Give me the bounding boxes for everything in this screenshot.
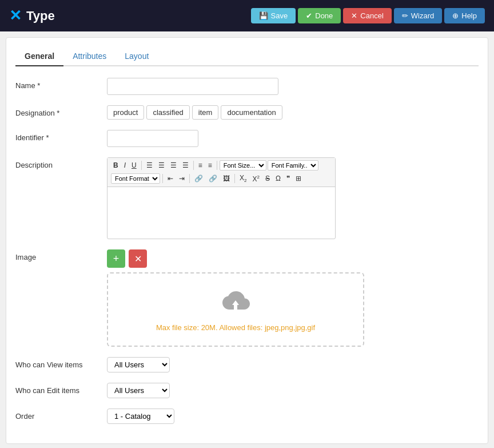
save-button[interactable]: 💾 Save — [251, 8, 296, 23]
done-icon: ✔ — [306, 11, 312, 20]
name-input[interactable] — [107, 78, 278, 95]
cancel-icon: ✕ — [351, 11, 357, 20]
tabs: General Attributes Layout — [15, 47, 479, 66]
italic-button[interactable]: I — [122, 160, 128, 171]
editor-toolbar: B I U ☰ ☰ ☰ ☰ ≡ ≡ Font Size... — [107, 158, 335, 187]
edit-permissions-row: Who can Edit items All Users — [15, 383, 479, 398]
drop-zone-text: Max file size: 20M. Allowed files: jpeg,… — [156, 323, 315, 332]
editor-body[interactable] — [107, 187, 335, 239]
designation-row: Designation * product classified item do… — [15, 105, 479, 120]
image-button[interactable]: 🖼 — [221, 173, 232, 184]
special-char-button[interactable]: Ω — [273, 173, 283, 184]
rich-text-editor: B I U ☰ ☰ ☰ ☰ ≡ ≡ Font Size... — [107, 157, 336, 239]
order-label: Order — [15, 409, 107, 421]
toolbar-sep-6 — [234, 174, 235, 183]
save-label: Save — [271, 11, 288, 20]
toolbar-sep-5 — [189, 174, 190, 183]
font-family-select[interactable]: Font Family.. — [268, 160, 318, 171]
logo-x-icon: ✕ — [9, 7, 22, 25]
logo-text: Type — [26, 9, 55, 23]
tag-classified[interactable]: classified — [146, 105, 189, 120]
align-center-button[interactable]: ☰ — [156, 160, 167, 171]
designation-tags: product classified item documentation — [107, 105, 479, 120]
wizard-button[interactable]: ✏ Wizard — [394, 8, 442, 23]
toolbar-row-1: B I U ☰ ☰ ☰ ☰ ≡ ≡ Font Size... — [111, 160, 332, 171]
identifier-control — [107, 130, 479, 147]
toolbar-sep-2 — [193, 161, 194, 170]
tag-item[interactable]: item — [192, 105, 219, 120]
designation-control: product classified item documentation — [107, 105, 479, 120]
blockquote-button[interactable]: ❞ — [284, 173, 292, 184]
order-select[interactable]: 1 - Catalog — [107, 409, 174, 424]
tag-product[interactable]: product — [107, 105, 144, 120]
edit-select[interactable]: All Users — [107, 383, 170, 398]
tab-general[interactable]: General — [15, 47, 63, 66]
cloud-download-icon — [221, 288, 250, 318]
align-right-button[interactable]: ☰ — [168, 160, 179, 171]
table-button[interactable]: ⊞ — [293, 173, 304, 184]
image-action-buttons: + ✕ — [107, 249, 479, 268]
tab-attributes[interactable]: Attributes — [63, 47, 115, 66]
main-content: General Attributes Layout Name * Designa… — [6, 37, 488, 444]
subscript-button[interactable]: X2 — [237, 173, 249, 184]
image-control: + ✕ Max file size: 20M. Allowed files: j… — [107, 249, 479, 347]
toolbar-sep-1 — [141, 161, 142, 170]
image-dropzone[interactable]: Max file size: 20M. Allowed files: jpeg,… — [107, 272, 364, 347]
view-label: Who can View items — [15, 357, 107, 369]
indent-left-button[interactable]: ⇤ — [165, 173, 176, 184]
align-justify-button[interactable]: ☰ — [180, 160, 191, 171]
help-label: Help — [461, 11, 477, 20]
help-icon: ⊕ — [452, 11, 459, 20]
tab-layout[interactable]: Layout — [115, 47, 158, 66]
done-label: Done — [315, 11, 333, 20]
wizard-label: Wizard — [411, 11, 434, 20]
font-size-select[interactable]: Font Size... — [220, 160, 266, 171]
remove-image-button[interactable]: ✕ — [129, 249, 147, 268]
view-select[interactable]: All Users — [107, 357, 170, 372]
order-row: Order 1 - Catalog — [15, 409, 479, 424]
toolbar-row-2: Font Format ⇤ ⇥ 🔗 🔗 🖼 X2 X2 S Ω — [111, 173, 332, 184]
description-row: Description B I U ☰ ☰ ☰ ☰ ≡ — [15, 157, 479, 239]
save-icon: 💾 — [259, 11, 268, 20]
header: ✕ Type 💾 Save ✔ Done ✕ Cancel ✏ Wizard ⊕… — [0, 0, 494, 31]
link-button[interactable]: 🔗 — [192, 173, 205, 184]
identifier-row: Identifier * — [15, 130, 479, 147]
description-control: B I U ☰ ☰ ☰ ☰ ≡ ≡ Font Size... — [107, 157, 479, 239]
logo: ✕ Type — [9, 7, 55, 25]
unlink-button[interactable]: 🔗 — [206, 173, 220, 184]
done-button[interactable]: ✔ Done — [298, 8, 341, 23]
toolbar-sep-4 — [162, 174, 163, 183]
cancel-label: Cancel — [360, 11, 383, 20]
name-row: Name * — [15, 78, 479, 95]
designation-label: Designation * — [15, 105, 107, 117]
list-ol-button[interactable]: ≡ — [206, 160, 214, 171]
superscript-button[interactable]: X2 — [250, 173, 261, 184]
description-label: Description — [15, 157, 107, 169]
wizard-icon: ✏ — [402, 11, 408, 20]
name-label: Name * — [15, 78, 107, 90]
list-ul-button[interactable]: ≡ — [196, 160, 205, 171]
view-control: All Users — [107, 357, 479, 372]
strikethrough-button[interactable]: S — [263, 173, 272, 184]
edit-control: All Users — [107, 383, 479, 398]
indent-right-button[interactable]: ⇥ — [177, 173, 187, 184]
bold-button[interactable]: B — [111, 160, 121, 171]
order-control: 1 - Catalog — [107, 409, 479, 424]
identifier-input[interactable] — [107, 130, 198, 147]
toolbar-sep-3 — [217, 161, 217, 170]
tag-documentation[interactable]: documentation — [221, 105, 282, 120]
font-format-select[interactable]: Font Format — [111, 173, 160, 184]
add-image-button[interactable]: + — [107, 249, 125, 268]
image-label: Image — [15, 249, 107, 261]
image-row: Image + ✕ Max file size: 20M. Allowed fi… — [15, 249, 479, 347]
edit-label: Who can Edit items — [15, 383, 107, 395]
cancel-button[interactable]: ✕ Cancel — [343, 8, 391, 23]
view-permissions-row: Who can View items All Users — [15, 357, 479, 372]
help-button[interactable]: ⊕ Help — [444, 8, 485, 23]
header-buttons: 💾 Save ✔ Done ✕ Cancel ✏ Wizard ⊕ Help — [251, 8, 485, 23]
identifier-label: Identifier * — [15, 130, 107, 142]
underline-button[interactable]: U — [129, 160, 139, 171]
align-left-button[interactable]: ☰ — [144, 160, 155, 171]
name-control — [107, 78, 479, 95]
